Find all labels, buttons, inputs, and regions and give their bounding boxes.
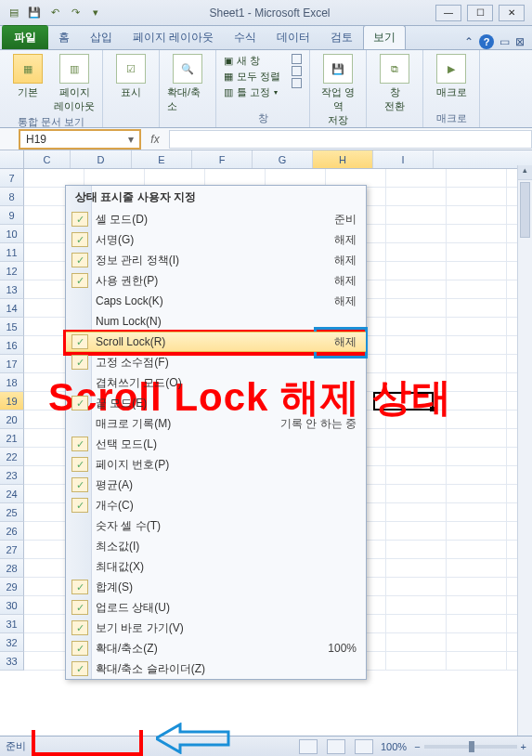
ctx-item-12[interactable]: ✓페이지 번호(P) bbox=[66, 454, 366, 475]
row-21[interactable]: 21 bbox=[0, 429, 24, 448]
row-31[interactable]: 31 bbox=[0, 615, 24, 633]
name-box[interactable]: H19 ▾ bbox=[19, 129, 141, 150]
ctx-item-3[interactable]: ✓사용 권한(P)해제 bbox=[66, 270, 366, 291]
new-window-button[interactable]: ▣새 창 bbox=[224, 54, 280, 68]
ribbon-minimize-icon[interactable]: ⌃ bbox=[464, 35, 474, 48]
ctx-item-2[interactable]: ✓정보 관리 정책(I)해제 bbox=[66, 250, 366, 270]
arrange-all-button[interactable]: ▦모두 정렬 bbox=[224, 70, 280, 84]
tab-review[interactable]: 검토 bbox=[320, 25, 363, 49]
macros-button[interactable]: ▶매크로 bbox=[431, 54, 472, 99]
redo-icon[interactable]: ↷ bbox=[67, 5, 84, 21]
split-button[interactable] bbox=[292, 54, 302, 64]
ctx-item-11[interactable]: ✓선택 모드(L) bbox=[66, 434, 366, 454]
page-break-view-icon[interactable] bbox=[355, 739, 373, 754]
ctx-item-16[interactable]: 최소값(I) bbox=[66, 536, 366, 556]
scroll-up-icon[interactable]: ▴ bbox=[518, 165, 532, 180]
ctx-item-8[interactable]: 겹쳐쓰기 모드(O) bbox=[66, 372, 366, 393]
col-H[interactable]: H bbox=[313, 150, 373, 168]
workbook-close-icon[interactable]: ⊠ bbox=[515, 35, 525, 48]
ctx-item-14[interactable]: ✓개수(C) bbox=[66, 495, 366, 515]
ctx-item-6[interactable]: ✓Scroll Lock(R)해제 bbox=[66, 332, 366, 352]
ctx-item-0[interactable]: ✓셀 모드(D)준비 bbox=[66, 209, 366, 229]
formula-input[interactable] bbox=[169, 130, 532, 149]
tab-insert[interactable]: 삽입 bbox=[80, 25, 123, 49]
row-19[interactable]: 19 bbox=[0, 392, 24, 411]
qat-dropdown-icon[interactable]: ▾ bbox=[87, 5, 104, 21]
show-button[interactable]: ☑표시 bbox=[110, 54, 151, 99]
ctx-item-18[interactable]: ✓합계(S) bbox=[66, 577, 366, 597]
tab-page-layout[interactable]: 페이지 레이아웃 bbox=[123, 25, 224, 49]
row-16[interactable]: 16 bbox=[0, 336, 24, 355]
col-C[interactable]: C bbox=[24, 150, 71, 168]
fx-icon[interactable]: fx bbox=[141, 133, 169, 146]
row-17[interactable]: 17 bbox=[0, 355, 24, 373]
undo-icon[interactable]: ↶ bbox=[46, 5, 63, 21]
ctx-item-9[interactable]: ✓끝 모드(E) bbox=[66, 393, 366, 413]
ctx-item-13[interactable]: ✓평균(A) bbox=[66, 475, 366, 495]
row-8[interactable]: 8 bbox=[0, 188, 24, 206]
col-G[interactable]: G bbox=[253, 150, 313, 168]
zoom-slider[interactable]: − + bbox=[414, 741, 526, 752]
switch-windows-button[interactable]: ⧉창 전환 bbox=[374, 54, 415, 113]
tab-formulas[interactable]: 수식 bbox=[224, 25, 266, 49]
row-30[interactable]: 30 bbox=[0, 596, 24, 615]
row-15[interactable]: 15 bbox=[0, 318, 24, 336]
vertical-scrollbar[interactable]: ▴ bbox=[517, 165, 532, 736]
tab-home[interactable]: 홈 bbox=[48, 25, 80, 49]
zoom-in-icon[interactable]: + bbox=[521, 741, 526, 752]
row-18[interactable]: 18 bbox=[0, 373, 24, 392]
row-23[interactable]: 23 bbox=[0, 466, 24, 485]
row-22[interactable]: 22 bbox=[0, 448, 24, 466]
row-14[interactable]: 14 bbox=[0, 299, 24, 318]
page-layout-view-button[interactable]: ▥페이지 레이아웃 bbox=[54, 54, 95, 113]
row-10[interactable]: 10 bbox=[0, 225, 24, 243]
row-26[interactable]: 26 bbox=[0, 522, 24, 541]
minimize-button[interactable]: — bbox=[435, 5, 461, 21]
row-32[interactable]: 32 bbox=[0, 633, 24, 652]
tab-file[interactable]: 파일 bbox=[2, 25, 48, 49]
ctx-item-7[interactable]: ✓고정 소수점(F) bbox=[66, 352, 366, 372]
row-9[interactable]: 9 bbox=[0, 206, 24, 225]
save-workspace-button[interactable]: 💾작업 영역 저장 bbox=[318, 54, 358, 127]
freeze-panes-button[interactable]: ▥틀 고정▾ bbox=[224, 85, 280, 99]
row-24[interactable]: 24 bbox=[0, 485, 24, 503]
zoom-out-icon[interactable]: − bbox=[414, 741, 420, 752]
ctx-item-19[interactable]: ✓업로드 상태(U) bbox=[66, 597, 366, 618]
row-13[interactable]: 13 bbox=[0, 280, 24, 299]
scroll-thumb[interactable] bbox=[520, 182, 530, 238]
maximize-button[interactable]: ☐ bbox=[467, 5, 493, 21]
window-options-icon[interactable]: ▭ bbox=[500, 35, 510, 48]
ctx-item-1[interactable]: ✓서명(G)해제 bbox=[66, 229, 366, 250]
row-20[interactable]: 20 bbox=[0, 411, 24, 429]
normal-view-icon[interactable] bbox=[299, 739, 318, 754]
tab-view[interactable]: 보기 bbox=[363, 25, 406, 49]
page-layout-view-icon[interactable] bbox=[327, 739, 345, 754]
row-25[interactable]: 25 bbox=[0, 503, 24, 522]
zoom-button[interactable]: 🔍확대/축소 bbox=[167, 54, 208, 113]
row-7[interactable]: 7 bbox=[0, 169, 24, 188]
unhide-button[interactable] bbox=[292, 78, 302, 88]
ctx-item-4[interactable]: Caps Lock(K)해제 bbox=[66, 291, 366, 311]
ctx-item-20[interactable]: ✓보기 바로 가기(V) bbox=[66, 618, 366, 638]
zoom-percent[interactable]: 100% bbox=[381, 741, 407, 752]
row-29[interactable]: 29 bbox=[0, 578, 24, 596]
tab-data[interactable]: 데이터 bbox=[266, 25, 320, 49]
ctx-item-21[interactable]: ✓확대/축소(Z)100% bbox=[66, 638, 366, 658]
ctx-item-15[interactable]: 숫자 셀 수(T) bbox=[66, 515, 366, 536]
ctx-item-5[interactable]: Num Lock(N) bbox=[66, 311, 366, 332]
close-button[interactable]: ✕ bbox=[499, 5, 525, 21]
help-icon[interactable]: ? bbox=[479, 34, 494, 49]
row-27[interactable]: 27 bbox=[0, 541, 24, 559]
select-all-corner[interactable] bbox=[0, 150, 24, 168]
col-D[interactable]: D bbox=[71, 150, 132, 168]
name-box-dropdown-icon[interactable]: ▾ bbox=[124, 133, 137, 146]
ctx-item-10[interactable]: 매크로 기록(M)기록 안 하는 중 bbox=[66, 413, 366, 434]
row-11[interactable]: 11 bbox=[0, 243, 24, 262]
row-33[interactable]: 33 bbox=[0, 652, 24, 671]
ctx-item-17[interactable]: 최대값(X) bbox=[66, 556, 366, 577]
ctx-item-22[interactable]: ✓확대/축소 슬라이더(Z) bbox=[66, 658, 366, 679]
save-icon[interactable]: 💾 bbox=[26, 5, 43, 21]
row-28[interactable]: 28 bbox=[0, 559, 24, 578]
hide-button[interactable] bbox=[292, 66, 302, 76]
normal-view-button[interactable]: ▦기본 bbox=[7, 54, 48, 99]
